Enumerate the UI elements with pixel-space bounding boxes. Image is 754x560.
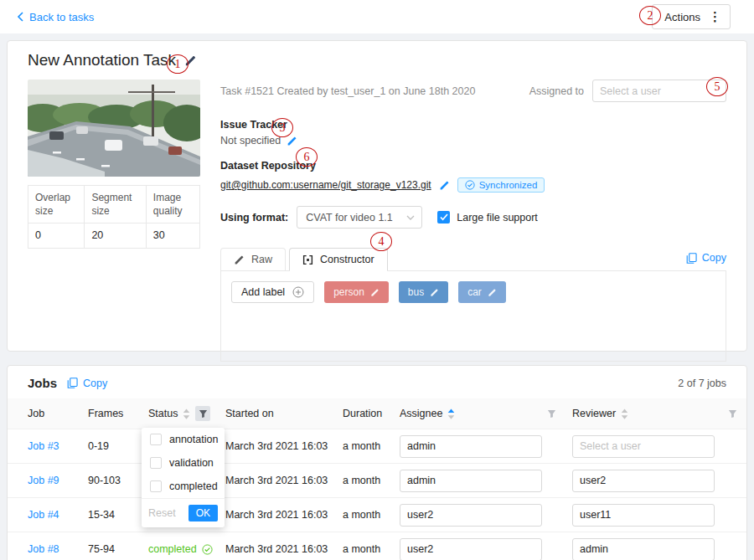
copy-labels-button[interactable]: Copy <box>686 252 726 264</box>
reviewer-input[interactable] <box>572 435 715 458</box>
param-value-overlap: 0 <box>28 223 85 249</box>
actions-button[interactable]: Actions ⋮ <box>652 4 731 29</box>
job-link[interactable]: Job #4 <box>28 509 59 521</box>
tab-raw[interactable]: Raw <box>220 248 286 270</box>
checkbox-empty-icon <box>150 457 162 469</box>
assignee-input[interactable] <box>400 538 542 560</box>
assignee-input[interactable] <box>400 470 542 492</box>
checkbox-empty-icon <box>150 434 162 445</box>
filter-ok-button[interactable]: OK <box>188 505 218 521</box>
issue-tracker-label: Issue Tracker <box>220 119 726 131</box>
dataset-repository-label: Dataset Repository <box>220 160 726 172</box>
issue-tracker-value: Not specified <box>220 135 281 146</box>
filter-option-annotation[interactable]: annotation <box>142 428 225 451</box>
edit-label-icon[interactable] <box>370 288 380 297</box>
frames-cell: 90-103 <box>81 464 142 498</box>
edit-issue-tracker-icon[interactable] <box>287 136 297 146</box>
reviewer-input[interactable] <box>572 470 715 492</box>
sync-status-label: Synchronized <box>479 180 538 190</box>
edit-repository-icon[interactable] <box>439 180 450 191</box>
back-chevron-icon <box>17 12 23 22</box>
page: Back to tasks Actions ⋮ New Annotation T… <box>0 0 754 560</box>
job-row-8: Job #8 75-94 completed March 3rd 2021 16… <box>8 532 746 560</box>
col-reviewer: Reviewer <box>566 398 746 429</box>
col-job: Job <box>8 398 81 429</box>
started-cell: March 3rd 2021 16:03 <box>219 498 336 532</box>
plus-circle-icon <box>292 286 304 298</box>
copy-labels-label: Copy <box>702 252 726 264</box>
jobs-count: 2 of 7 jobs <box>678 378 726 389</box>
back-to-tasks-link[interactable]: Back to tasks <box>17 11 94 23</box>
label-chip-bus-name: bus <box>408 286 424 298</box>
job-link[interactable]: Job #9 <box>28 475 59 486</box>
edit-label-icon[interactable] <box>430 288 439 297</box>
label-chip-person[interactable]: person <box>324 281 389 303</box>
format-select[interactable]: CVAT for video 1.1 <box>297 206 422 229</box>
checkbox-checked-icon <box>437 211 450 223</box>
callout-5: 5 <box>706 77 728 96</box>
task-details-card: New Annotation Task <box>7 40 747 352</box>
started-cell: March 3rd 2021 16:03 <box>219 429 336 464</box>
copy-jobs-label: Copy <box>83 378 107 389</box>
param-header-quality: Image quality <box>146 186 199 223</box>
copy-icon <box>67 378 78 388</box>
started-cell: March 3rd 2021 16:03 <box>219 464 336 498</box>
assignee-filter-icon[interactable] <box>544 406 559 421</box>
edit-label-icon[interactable] <box>488 288 497 297</box>
repository-url: git@github.com:username/git_storage_v123… <box>220 179 431 191</box>
filter-option-validation[interactable]: validation <box>142 451 225 475</box>
callout-1: 1 <box>167 54 188 74</box>
callout-6: 6 <box>296 147 318 167</box>
task-meta-text: Task #1521 Created by test_user_1 on Jun… <box>220 85 475 97</box>
task-title: New Annotation Task <box>28 51 176 69</box>
job-link[interactable]: Job #8 <box>28 543 59 555</box>
pencil-icon <box>234 254 245 265</box>
labels-constructor-panel: Add label person bus car <box>220 271 726 362</box>
duration-cell: a month <box>336 464 393 498</box>
status-filter-icon[interactable] <box>195 406 210 421</box>
label-chip-car[interactable]: car <box>458 281 506 303</box>
filter-option-completed[interactable]: completed <box>142 475 225 498</box>
frames-cell: 75-94 <box>81 532 142 560</box>
reviewer-sort-icon[interactable] <box>621 408 628 419</box>
col-status: Status <box>142 398 219 429</box>
callout-4: 4 <box>370 232 392 251</box>
assignee-input[interactable] <box>400 504 542 527</box>
frames-cell: 0-19 <box>81 429 142 464</box>
reviewer-input[interactable] <box>572 504 715 527</box>
duration-cell: a month <box>336 532 393 560</box>
block-icon <box>302 254 313 265</box>
reviewer-input[interactable] <box>572 538 715 560</box>
add-label-button[interactable]: Add label <box>231 281 314 303</box>
col-assignee: Assignee <box>393 398 566 429</box>
reviewer-filter-icon[interactable] <box>725 406 740 421</box>
tab-constructor[interactable]: Constructor <box>289 248 388 271</box>
format-select-value: CVAT for video 1.1 <box>306 212 393 223</box>
param-value-segment: 20 <box>85 223 146 249</box>
chevron-down-icon <box>406 215 415 220</box>
jobs-table: Job Frames Status <box>8 398 746 560</box>
check-circle-icon <box>465 180 475 190</box>
tab-constructor-label: Constructor <box>320 254 374 265</box>
assignee-sort-icon[interactable] <box>447 408 455 419</box>
job-link[interactable]: Job #3 <box>28 440 59 452</box>
status-sort-icon[interactable] <box>183 408 190 419</box>
callout-3: 3 <box>271 118 293 137</box>
assignee-input[interactable] <box>400 435 542 458</box>
large-file-support-checkbox[interactable]: Large file support <box>437 211 538 223</box>
param-header-overlap: Overlap size <box>28 186 85 223</box>
job-row-9: Job #9 90-103 March 3rd 2021 16:03 a mon… <box>8 464 746 498</box>
using-format-label: Using format: <box>220 212 288 223</box>
label-chip-car-name: car <box>467 286 482 298</box>
add-label-text: Add label <box>241 286 285 298</box>
checkbox-empty-icon <box>150 480 162 492</box>
jobs-card: Jobs Copy 2 of 7 jobs Job Frames Status <box>7 365 747 560</box>
col-started-on: Started on <box>219 398 336 429</box>
label-chip-bus[interactable]: bus <box>399 281 448 303</box>
sync-status-badge: Synchronized <box>457 177 545 193</box>
duration-cell: a month <box>336 429 393 464</box>
copy-jobs-button[interactable]: Copy <box>67 378 107 389</box>
param-value-quality: 30 <box>146 223 199 249</box>
status-filter-dropdown: annotation validation completed Reset OK <box>142 428 225 527</box>
filter-reset-button[interactable]: Reset <box>148 507 176 519</box>
